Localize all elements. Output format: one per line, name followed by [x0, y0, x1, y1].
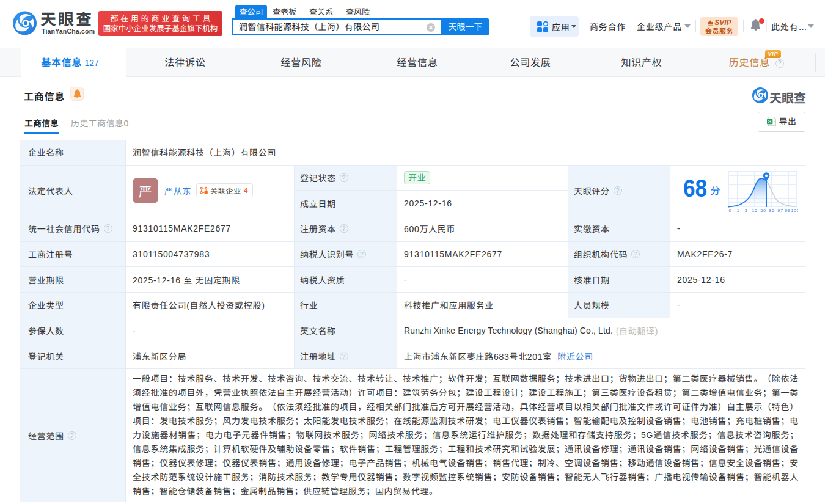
- svg-text:97: 97: [777, 208, 783, 213]
- svg-text:50: 50: [760, 208, 766, 213]
- svg-text:15: 15: [752, 208, 758, 213]
- svg-text:0: 0: [729, 208, 732, 213]
- svg-text:3: 3: [745, 208, 748, 213]
- svg-text:99: 99: [785, 208, 791, 213]
- svg-text:100: 100: [791, 208, 798, 213]
- svg-text:1: 1: [737, 208, 740, 213]
- svg-text:85: 85: [769, 208, 775, 213]
